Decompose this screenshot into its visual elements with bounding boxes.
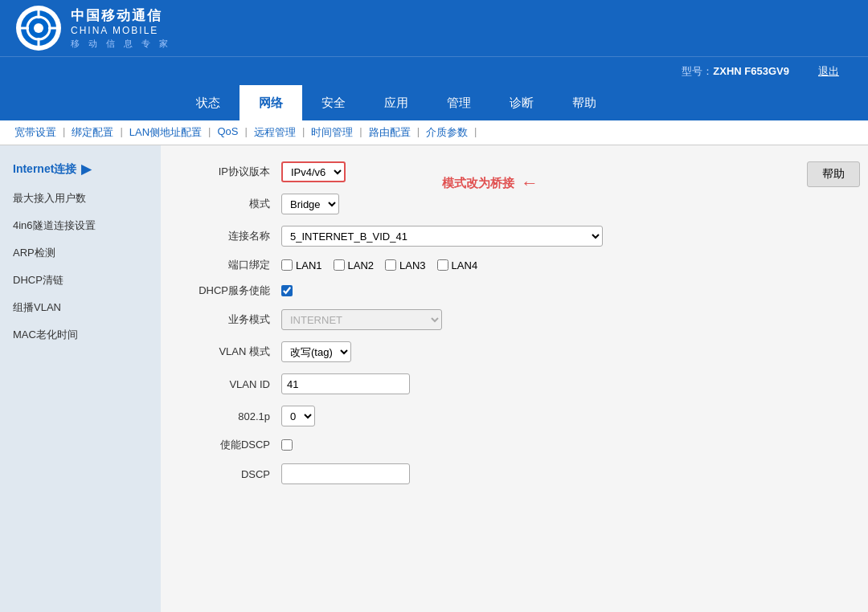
mode-select[interactable]: Bridge Route [281,194,339,214]
connection-name-select[interactable]: 5_INTERNET_B_VID_41 [281,226,603,247]
dot1p-select[interactable]: 0 1 2 3 4 5 6 7 [281,406,315,426]
svg-point-2 [34,23,43,33]
logo-en: CHINA MOBILE [71,25,171,36]
annotation: 模式改为桥接 ← [442,173,538,194]
sidebar-item-4in6[interactable]: 4in6隧道连接设置 [0,212,161,239]
dscp-label: DSCP [185,468,281,480]
tab-diagnose[interactable]: 诊断 [490,85,553,120]
dhcp-row: DHCP服务使能 [185,284,844,298]
dscp-enable-checkbox[interactable] [281,439,293,451]
subnav: 宽带设置 | 绑定配置 | LAN侧地址配置 | QoS | 远程管理 | 时间… [0,120,868,145]
logo-icon [16,6,61,51]
dscp-input[interactable] [281,463,410,484]
annotation-text: 模式改为桥接 [442,176,514,191]
ip-version-control: IPv4 IPv6 IPv4/v6 [281,161,346,182]
dot1p-row: 802.1p 0 1 2 3 4 5 6 7 [185,406,844,426]
tab-status[interactable]: 状态 [177,85,240,120]
mode-row: 模式 Bridge Route [185,194,844,214]
sidebar-title[interactable]: Internet连接 ▶ [0,153,161,185]
vlan-mode-select[interactable]: 改写(tag) 透传 不处理 [281,341,351,362]
content-area: Internet连接 ▶ 最大接入用户数 4in6隧道连接设置 ARP检测 DH… [0,145,868,612]
subnav-item-media[interactable]: 介质参数 [420,125,474,140]
sidebar-item-arp[interactable]: ARP检测 [0,239,161,267]
dot1p-control: 0 1 2 3 4 5 6 7 [281,406,315,426]
dscp-enable-control [281,439,293,451]
main-tabs: 状态 网络 安全 应用 管理 诊断 帮助 [0,85,868,120]
sidebar-item-multicastvlan[interactable]: 组播VLAN [0,294,161,321]
service-mode-row: 业务模式 INTERNET [185,309,844,330]
port-lan1-label: LAN1 [296,259,322,271]
subnav-item-binding[interactable]: 绑定配置 [65,125,120,140]
sidebar-item-macaging[interactable]: MAC老化时间 [0,321,161,349]
logo-tagline: 移 动 信 息 专 家 [71,38,171,50]
vlan-id-control [281,373,410,394]
sidebar-title-label: Internet连接 [13,162,76,177]
logout-button[interactable]: 退出 [805,64,852,79]
service-mode-select[interactable]: INTERNET [281,309,442,330]
connection-name-row: 连接名称 5_INTERNET_B_VID_41 [185,226,844,247]
ip-version-select[interactable]: IPv4 IPv6 IPv4/v6 [281,161,346,182]
port-binding-label: 端口绑定 [185,258,281,272]
connection-name-control: 5_INTERNET_B_VID_41 [281,226,603,247]
tab-network[interactable]: 网络 [240,85,302,120]
dscp-enable-label: 使能DSCP [185,438,281,452]
logo-text-area: 中国移动通信 CHINA MOBILE 移 动 信 息 专 家 [71,6,171,50]
dot1p-label: 802.1p [185,410,281,422]
sidebar-item-maxusers[interactable]: 最大接入用户数 [0,185,161,212]
vlan-id-row: VLAN ID [185,373,844,394]
subnav-item-qos[interactable]: QoS [211,125,244,140]
logo-svg [19,9,58,47]
subnav-item-lan[interactable]: LAN侧地址配置 [123,125,208,140]
service-mode-control: INTERNET [281,309,442,330]
port-lan2-checkbox[interactable] [334,259,345,271]
main-content: 帮助 IP协议版本 IPv4 IPv6 IPv4/v6 模式 Bridge Ro… [161,145,868,612]
dhcp-control [281,285,293,296]
subnav-item-remote[interactable]: 远程管理 [248,125,302,140]
dhcp-label: DHCP服务使能 [185,284,281,298]
port-lan4-checkbox[interactable] [437,259,448,271]
port-lan4-label: LAN4 [452,259,478,271]
dscp-control [281,463,410,484]
port-lan1-checkbox[interactable] [281,259,293,271]
port-lan1[interactable]: LAN1 [281,259,322,271]
tab-help[interactable]: 帮助 [553,85,616,120]
subnav-item-broadband[interactable]: 宽带设置 [8,125,63,140]
mode-control: Bridge Route [281,194,339,214]
subnav-item-route[interactable]: 路由配置 [362,125,417,140]
sidebar-arrow-icon: ▶ [81,161,91,177]
port-lan2-label: LAN2 [348,259,375,271]
vlan-id-label: VLAN ID [185,378,281,390]
mode-row-wrapper: 模式 Bridge Route 模式改为桥接 ← [185,194,844,214]
ip-version-label: IP协议版本 [185,165,281,179]
port-lan4[interactable]: LAN4 [437,259,478,271]
model-label: 型号： [682,64,713,79]
sidebar-item-dhcpchain[interactable]: DHCP清链 [0,267,161,294]
service-mode-label: 业务模式 [185,312,281,327]
port-binding-row: 端口绑定 LAN1 LAN2 LAN3 LAN4 [185,258,844,272]
help-panel: 帮助 [807,161,860,187]
port-lan2[interactable]: LAN2 [334,259,375,271]
model-value: ZXHN F653GV9 [713,65,789,77]
sidebar: Internet连接 ▶ 最大接入用户数 4in6隧道连接设置 ARP检测 DH… [0,145,161,612]
tab-security[interactable]: 安全 [302,85,365,120]
annotation-arrow-icon: ← [521,173,538,194]
tab-app[interactable]: 应用 [365,85,428,120]
vlan-mode-row: VLAN 模式 改写(tag) 透传 不处理 [185,341,844,362]
model-bar: 型号： ZXHN F653GV9 退出 [0,56,868,85]
port-binding-control: LAN1 LAN2 LAN3 LAN4 [281,259,477,271]
logo-area: 中国移动通信 CHINA MOBILE 移 动 信 息 专 家 [16,6,171,51]
dhcp-checkbox[interactable] [281,285,293,296]
vlan-id-input[interactable] [281,373,410,394]
help-button[interactable]: 帮助 [807,161,860,187]
dscp-enable-row: 使能DSCP [185,438,844,452]
logo-cn: 中国移动通信 [71,6,171,25]
header: 中国移动通信 CHINA MOBILE 移 动 信 息 专 家 [0,0,868,56]
vlan-mode-label: VLAN 模式 [185,345,281,359]
port-lan3-label: LAN3 [399,259,426,271]
mode-label: 模式 [185,197,281,211]
connection-name-label: 连接名称 [185,229,281,243]
port-lan3[interactable]: LAN3 [385,259,426,271]
subnav-item-time[interactable]: 时间管理 [305,125,359,140]
tab-manage[interactable]: 管理 [428,85,490,120]
port-lan3-checkbox[interactable] [385,259,396,271]
